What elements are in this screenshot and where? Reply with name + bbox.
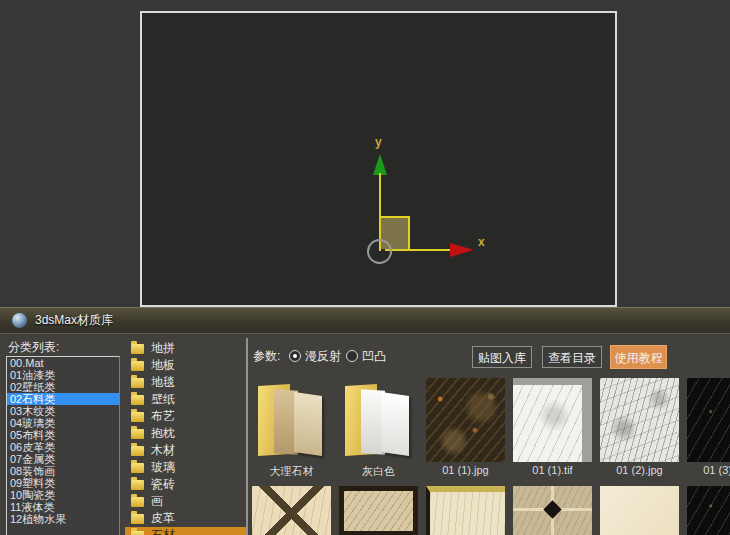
thumbnail-label: 01 (2).jpg: [600, 464, 679, 477]
category-item[interactable]: 07金属类: [7, 453, 119, 465]
thumbnail-image[interactable]: [513, 378, 592, 462]
3d-viewport[interactable]: y x: [140, 11, 617, 307]
y-axis-arrow-icon[interactable]: [373, 154, 387, 175]
category-item[interactable]: 01油漆类: [7, 369, 119, 381]
thumbnail-label: 01 (1).tif: [513, 464, 592, 477]
folder-item-label: 画: [151, 493, 163, 510]
thumbnail-image[interactable]: [513, 486, 592, 535]
category-item[interactable]: 12植物水果: [7, 513, 119, 525]
category-item[interactable]: 10陶瓷类: [7, 489, 119, 501]
folder-item-label: 瓷砖: [151, 476, 175, 493]
category-item[interactable]: 11液体类: [7, 501, 119, 513]
folder-icon: [131, 514, 144, 524]
folder-item[interactable]: 瓷砖: [125, 476, 246, 493]
category-item[interactable]: 02壁纸类: [7, 381, 119, 393]
category-list-label: 分类列表:: [8, 339, 59, 356]
category-item[interactable]: 09塑料类: [7, 477, 119, 489]
category-item-selected[interactable]: 02石料类: [7, 393, 119, 405]
tutorial-button[interactable]: 使用教程: [610, 345, 667, 369]
folder-item[interactable]: 画: [125, 493, 246, 510]
radio-diffuse[interactable]: [289, 350, 301, 362]
folder-item[interactable]: 地板: [125, 357, 246, 374]
folder-icon: [131, 429, 144, 439]
folder-icon: [131, 480, 144, 490]
x-axis-label: x: [478, 235, 485, 249]
folder-item-label: 玻璃: [151, 459, 175, 476]
folder-item-label: 皮革: [151, 510, 175, 527]
folder-sheet: [381, 392, 409, 456]
app-icon: [12, 313, 27, 328]
thumbnail-image[interactable]: [252, 486, 331, 535]
thumbnail-label: 01 (3).jpg: [687, 464, 730, 477]
thumbnail-image[interactable]: [426, 378, 505, 462]
thumbnail-folder-graywhite[interactable]: [339, 378, 418, 462]
folder-item[interactable]: 木材: [125, 442, 246, 459]
folder-item[interactable]: 壁纸: [125, 391, 246, 408]
category-item[interactable]: 05布料类: [7, 429, 119, 441]
tile-diamond-inlay: [543, 500, 561, 518]
folder-item-label: 地毯: [151, 374, 175, 391]
x-axis-line[interactable]: [385, 249, 451, 251]
folder-icon: [131, 497, 144, 507]
params-label: 参数:: [253, 348, 280, 365]
thumbnail-label: 灰白色: [339, 464, 418, 477]
category-item[interactable]: 06皮革类: [7, 441, 119, 453]
import-maps-button[interactable]: 贴图入库: [472, 346, 532, 368]
panel-divider: [246, 338, 248, 535]
thumbnail-image[interactable]: [426, 486, 505, 535]
folder-item-label: 木材: [151, 442, 175, 459]
material-library-window: 3dsMax材质库 分类列表: 00.Mat 01油漆类 02壁纸类 02石料类…: [0, 307, 730, 535]
folder-item[interactable]: 皮革: [125, 510, 246, 527]
folder-icon: [131, 378, 144, 388]
y-axis-label: y: [375, 135, 382, 149]
folder-item-selected[interactable]: 石材: [125, 527, 246, 535]
thumbnail-image[interactable]: [600, 378, 679, 462]
folder-icon: [131, 361, 144, 371]
folder-icon: [131, 446, 144, 456]
category-item[interactable]: 03木纹类: [7, 405, 119, 417]
thumbnail-label: 大理石材: [252, 464, 331, 477]
thumbnail-image[interactable]: [339, 486, 418, 535]
folder-item-label: 布艺: [151, 408, 175, 425]
folder-item[interactable]: 玻璃: [125, 459, 246, 476]
category-listbox[interactable]: 00.Mat 01油漆类 02壁纸类 02石料类 03木纹类 04玻璃类 05布…: [6, 356, 120, 535]
folder-item-label: 地板: [151, 357, 175, 374]
folder-sheet: [294, 392, 322, 456]
thumbnail-label: 01 (1).jpg: [426, 464, 505, 477]
browse-directory-button[interactable]: 查看目录: [542, 346, 602, 368]
folder-item[interactable]: 抱枕: [125, 425, 246, 442]
category-item[interactable]: 08装饰画: [7, 465, 119, 477]
folder-icon: [131, 395, 144, 405]
category-item[interactable]: 00.Mat: [7, 357, 119, 369]
folder-item-label: 地拼: [151, 340, 175, 357]
folder-item-label: 抱枕: [151, 425, 175, 442]
thumbnail-image[interactable]: [687, 486, 730, 535]
folder-item[interactable]: 地毯: [125, 374, 246, 391]
folder-icon: [131, 412, 144, 422]
window-title: 3dsMax材质库: [35, 312, 113, 329]
screen: y x 3dsMax材质库 分类列表: 00.Mat 01油漆类 02壁纸类 0…: [0, 0, 730, 535]
thumbnail-folder-marble[interactable]: [252, 378, 331, 462]
folder-item-label: 石材: [151, 527, 175, 535]
x-axis-arrow-icon[interactable]: [450, 243, 474, 257]
thumbnail-image[interactable]: [600, 486, 679, 535]
folder-item-label: 壁纸: [151, 391, 175, 408]
origin-circle[interactable]: [367, 239, 392, 264]
thumbnail-image[interactable]: [687, 378, 730, 462]
folder-item[interactable]: 布艺: [125, 408, 246, 425]
radio-bump-label[interactable]: 凹凸: [362, 348, 386, 365]
folder-icon: [131, 344, 144, 354]
category-item[interactable]: 04玻璃类: [7, 417, 119, 429]
radio-diffuse-label[interactable]: 漫反射: [305, 348, 341, 365]
window-titlebar[interactable]: 3dsMax材质库: [0, 308, 730, 334]
folder-icon: [131, 463, 144, 473]
folder-item[interactable]: 地拼: [125, 340, 246, 357]
folder-list: 地拼 地板 地毯 壁纸 布艺 抱枕 木材 玻璃 瓷砖 画 皮革 石材: [125, 340, 246, 535]
radio-bump[interactable]: [346, 350, 358, 362]
folder-icon: [131, 531, 144, 535]
